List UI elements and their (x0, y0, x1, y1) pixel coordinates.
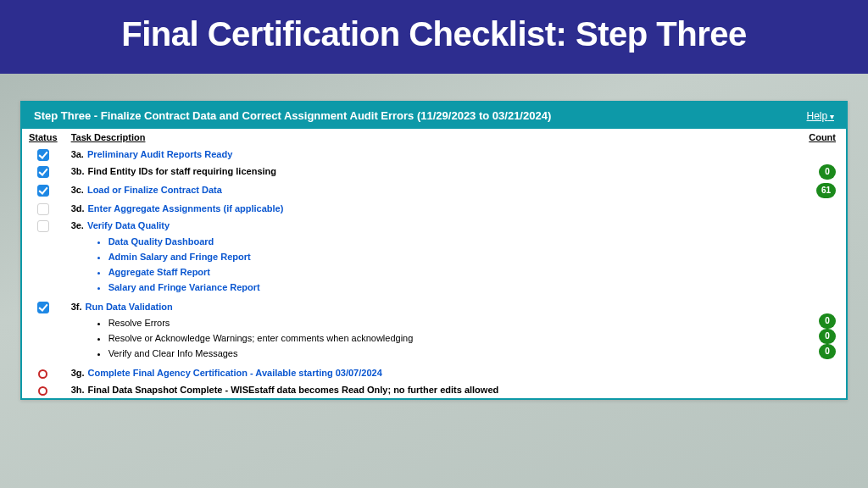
task-prefix: 3d. (71, 202, 85, 215)
task-prefix: 3c. (71, 183, 84, 197)
task-link-preliminary-audit[interactable]: Preliminary Audit Reports Ready (87, 147, 232, 161)
subtext-resolve-warnings: Resolve or Acknowledge Warnings; enter c… (108, 330, 796, 346)
task-text-find-entity: Find Entity IDs for staff requiring lice… (88, 164, 276, 178)
step-panel: Step Three - Finalize Contract Data and … (20, 101, 848, 400)
checkbox-icon[interactable] (37, 220, 49, 232)
task-row-3e: 3e. Verify Data Quality Data Quality Das… (22, 217, 846, 298)
count-badge[interactable]: 0 (819, 313, 836, 329)
checkbox-icon[interactable] (37, 302, 49, 313)
subtext-resolve-errors: Resolve Errors (108, 315, 796, 330)
task-row-3h: 3h. Final Data Snapshot Complete - WISEs… (22, 381, 846, 398)
circle-icon (38, 369, 47, 379)
checklist-table: Status Task Description Count 3a. Prelim… (22, 129, 846, 398)
checkbox-icon[interactable] (37, 166, 49, 178)
task-link-run-validation[interactable]: Run Data Validation (85, 300, 172, 313)
sublink-salary-variance-report[interactable]: Salary and Fringe Variance Report (108, 280, 796, 295)
task-prefix: 3b. (71, 164, 85, 178)
task-prefix: 3f. (71, 300, 82, 313)
task-prefix: 3g. (71, 366, 85, 380)
checkbox-icon[interactable] (37, 203, 49, 215)
task-link-verify-quality[interactable]: Verify Data Quality (87, 219, 170, 232)
task-prefix: 3a. (71, 147, 84, 161)
count-badge[interactable]: 0 (819, 164, 836, 180)
col-status-header: Status (22, 129, 64, 146)
task-row-3g: 3g. Complete Final Agency Certification … (22, 364, 846, 381)
col-desc-header: Task Description (64, 129, 803, 146)
task-link-aggregate-assign[interactable]: Enter Aggregate Assignments (if applicab… (88, 202, 284, 215)
page-title-banner: Final Certification Checklist: Step Thre… (0, 0, 868, 74)
sublink-aggregate-staff-report[interactable]: Aggregate Staff Report (108, 264, 796, 280)
count-badge[interactable]: 0 (819, 344, 836, 359)
sublink-data-quality-dashboard[interactable]: Data Quality Dashboard (108, 234, 796, 249)
sublink-admin-salary-report[interactable]: Admin Salary and Fringe Report (108, 249, 796, 264)
task-prefix: 3h. (71, 383, 85, 396)
task-row-3f: 3f. Run Data Validation Resolve Errors R… (22, 298, 846, 364)
task-link-final-cert[interactable]: Complete Final Agency Certification - Av… (88, 366, 382, 380)
task-link-load-contract[interactable]: Load or Finalize Contract Data (87, 183, 222, 197)
col-count-header: Count (802, 129, 846, 146)
subtext-clear-info: Verify and Clear Info Messages (108, 346, 796, 361)
panel-header: Step Three - Finalize Contract Data and … (22, 103, 846, 129)
task-text-snapshot: Final Data Snapshot Complete - WISEstaff… (88, 383, 499, 396)
count-badge[interactable]: 0 (819, 329, 836, 344)
task-row-3a: 3a. Preliminary Audit Reports Ready (22, 146, 846, 163)
task-row-3c: 3c. Load or Finalize Contract Data 61 (22, 181, 846, 200)
help-dropdown[interactable]: Help (807, 110, 834, 122)
panel-title: Step Three - Finalize Contract Data and … (34, 109, 551, 122)
count-badge[interactable]: 61 (816, 183, 836, 198)
task-row-3b: 3b. Find Entity IDs for staff requiring … (22, 163, 846, 181)
subtask-list: Resolve Errors Resolve or Acknowledge Wa… (108, 315, 796, 361)
task-prefix: 3e. (71, 219, 84, 232)
circle-icon (38, 386, 47, 396)
task-row-3d: 3d. Enter Aggregate Assignments (if appl… (22, 200, 846, 217)
checkbox-icon[interactable] (37, 185, 49, 197)
subtask-list: Data Quality Dashboard Admin Salary and … (108, 234, 796, 295)
checkbox-icon[interactable] (37, 149, 49, 161)
